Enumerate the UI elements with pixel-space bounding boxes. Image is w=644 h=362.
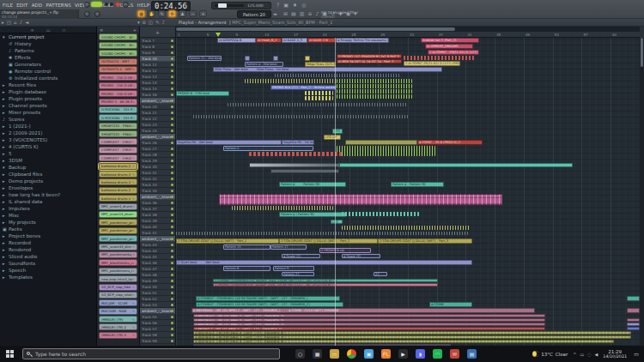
playlist-clip[interactable]: 2 AI-TOPKC 29(21-01) D (127) (PROD K) (404, 61, 460, 66)
browser-item-templates[interactable]: ▸ Templates (0, 274, 96, 281)
typing-keyboard-icon[interactable]: ▦ (137, 10, 145, 17)
track-mute-led[interactable] (171, 106, 173, 108)
browser-tab-0[interactable]: ≡ (31, 27, 34, 33)
weather-widget[interactable]: 13°C Clear (532, 351, 568, 357)
track-header[interactable]: Track 24 (140, 128, 175, 134)
track-header[interactable]: Track 47 (140, 266, 175, 272)
track-mute-led[interactable] (171, 184, 173, 186)
browser-item-plugin-presets[interactable]: ▸ Plugin presets (0, 95, 96, 102)
track-header[interactable]: Track 55 (140, 314, 175, 320)
track-header[interactable]: Track 28 (140, 152, 175, 158)
step-edit-icon[interactable]: ♟ (179, 10, 186, 17)
track-mute-led[interactable] (171, 202, 173, 204)
playlist-clip[interactable]: Pattern 6 (223, 266, 270, 271)
track-mute-led[interactable] (171, 51, 173, 54)
playlist-clip[interactable]: 2-TON-DRUMS-GOAT (J DILLA) (WET) - Part_… (378, 238, 472, 244)
playlist-clip[interactable] (337, 94, 412, 99)
home-icon[interactable]: ⌂ (14, 20, 17, 26)
browser-item-4-curtis-k-[interactable]: ▸ 4 (CURTIS K) (0, 143, 96, 150)
track-header[interactable]: Track 14 (140, 80, 175, 86)
playlist-clip[interactable] (627, 308, 640, 313)
track-header[interactable]: Track 30 (140, 164, 175, 170)
playlist-clip[interactable]: Pattern 15 (223, 244, 270, 250)
playlist-clip[interactable]: Pattern 4Pattern 30 (279, 182, 346, 187)
picker-item[interactable]: PROMO - 150 D GET A 2 ∿ (99, 82, 137, 89)
track-header[interactable]: Track 53 (140, 302, 175, 308)
track-header[interactable]: Track 43 (140, 242, 175, 248)
audio-icon[interactable]: ♪ (19, 20, 22, 26)
playlist-clip[interactable]: 4-COMBAT - COMBINED 150 90 SNARE (WET) -… (196, 302, 343, 307)
picker-item[interactable]: COMPLEX7 - CHUCK AG 2 ∿ (99, 147, 137, 154)
track-mute-led[interactable] (171, 226, 173, 228)
track-mute-led[interactable] (171, 304, 173, 306)
playlist-clip[interactable]: 2-PROMO B (4) (319, 248, 371, 253)
pitch-up-icon[interactable]: + (199, 10, 207, 17)
track-mute-led[interactable] (171, 220, 173, 222)
playlist-clip[interactable] (193, 115, 408, 118)
picker-item[interactable]: MPC_snare43_drm ∿ (99, 244, 137, 250)
picker-item[interactable]: new jeep intro4_loc ∿ (99, 275, 137, 282)
tray-icon-0[interactable]: ^ (573, 352, 576, 357)
picker-item[interactable]: SOUND CHOPS - WET ∿ (99, 33, 137, 40)
cortana-icon[interactable]: ○ (295, 349, 305, 359)
picker-item[interactable]: SHAWTZ45 - FINAL 90Y ∿ (99, 123, 137, 130)
track-header[interactable]: Track 27 (140, 146, 175, 152)
picker-item[interactable]: MPC_pandemon_per 2 ∿ (99, 227, 137, 234)
picker-item[interactable]: MACSAM - RAW ∿ (99, 308, 137, 315)
track-header[interactable]: Track 57 (140, 326, 175, 332)
track-header[interactable]: Track 12 (140, 68, 175, 74)
photos-icon[interactable]: ▣ (364, 349, 374, 359)
multi-window-icon[interactable]: ⧉ (143, 20, 146, 26)
playlist-clip[interactable]: 2 AI-TOPKC - 29(21-01) D (127) (PROD K.) (428, 50, 479, 55)
browser-item-my-projects[interactable]: ▸ My projects (0, 219, 96, 226)
playlist-clip[interactable]: 2 Quiet beatWet beat (176, 260, 472, 265)
wrench-icon[interactable]: ⚙ (168, 10, 176, 17)
track-header[interactable]: Track 21 (140, 110, 175, 116)
playlist-clip[interactable]: Arabian lun C (Part_2) (421, 38, 479, 43)
track-header[interactable]: Track 48 (140, 272, 175, 278)
discord-icon[interactable]: ◗ (416, 349, 425, 359)
browser-item-current-project[interactable]: ▾ Current project (0, 33, 96, 40)
playlist-clip[interactable]: Pattern 5 (223, 146, 313, 151)
playlist-clip[interactable] (232, 206, 333, 210)
track-mute-led[interactable] (171, 160, 173, 162)
playlist-clip[interactable] (339, 163, 573, 167)
playlist-clip[interactable]: AI-KADE 0_3 (282, 38, 307, 43)
playlist-clip[interactable]: 4-BBYDRAKA - (80 101 BPM) 2 - (WET - 127… (191, 308, 535, 313)
browser-item-patterns[interactable]: ♪ Patterns (0, 47, 96, 54)
playlist-clip[interactable]: LFO (332, 129, 343, 134)
browser-item-demo-projects[interactable]: ▸ Demo projects (0, 178, 96, 184)
menu-patterns[interactable]: PATTERNS (46, 3, 70, 8)
add-track-button[interactable]: + (140, 27, 175, 38)
playlist-clip[interactable] (228, 103, 408, 106)
picker-item[interactable]: barbossa drums 2 - TR ∿ (99, 178, 137, 185)
browser-item-backup[interactable]: ▾ Backup (0, 164, 96, 171)
play-button[interactable] (105, 3, 108, 6)
track-mute-led[interactable] (171, 69, 173, 72)
hscroll-thumb[interactable] (176, 27, 455, 31)
playlist-clip[interactable] (249, 152, 342, 156)
browser-item-3-voicenotes-[interactable]: ▸ 3 (VOICENOTES) (0, 136, 96, 143)
picker-item[interactable]: MPC_pandemon_per ∿ (99, 219, 137, 226)
browser-item-il-shared-data[interactable]: ▸ IL shared data (0, 198, 96, 205)
track-mute-led[interactable] (171, 322, 173, 324)
snap-magnet-icon[interactable]: ◫ (149, 20, 153, 26)
browser-item-channel-presets[interactable]: ▸ Channel presets (0, 102, 96, 109)
browser-item-1-2021-[interactable]: ▸ 1 (2021-) (0, 123, 96, 130)
track-mute-led[interactable] (171, 214, 173, 216)
main-volume-knob[interactable] (84, 2, 90, 8)
browser-item-clipboard-files[interactable]: ▸ Clipboard files (0, 171, 96, 178)
picker-item[interactable]: COMPLEX7 - CHUCK AG ∿ (99, 138, 137, 145)
channel-rack-icon[interactable]: ▥ (300, 10, 305, 16)
playlist-menu-icon[interactable]: ▾ (137, 20, 140, 26)
picker-item[interactable]: PROMO - 150 D GET A ∿ (99, 74, 137, 81)
spotify-icon[interactable]: ◠ (433, 349, 442, 359)
record-button[interactable] (116, 3, 119, 6)
playlist-clip[interactable]: PROMO B - FYM love (176, 91, 229, 96)
taskbar-search[interactable]: Type here to search (22, 348, 280, 359)
piano-roll-icon[interactable]: ▤ (291, 10, 296, 16)
browser-item-speech[interactable]: ▸ Speech (0, 267, 96, 274)
playlist-clip[interactable] (404, 56, 476, 60)
track-mute-led[interactable] (171, 57, 173, 60)
picker-item[interactable]: G-ROCKINA - 155 FAG B 2 ∿ (99, 114, 137, 121)
